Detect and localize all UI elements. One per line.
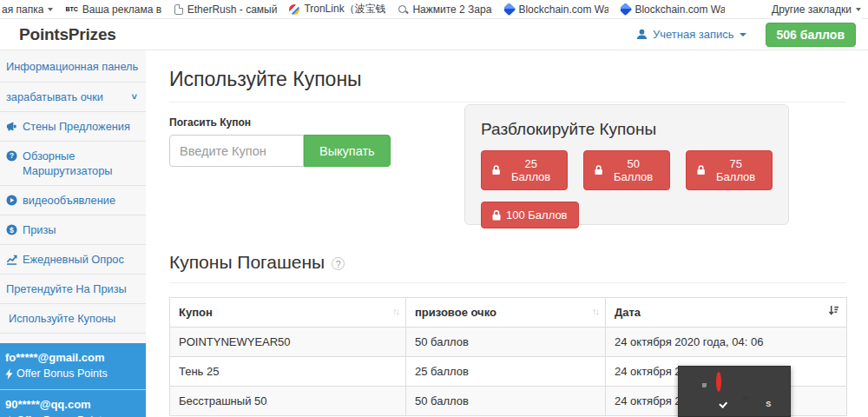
bookmark-label: Blockchain.com Wa <box>635 3 725 16</box>
bookmark-item[interactable]: Blockchain.com Wa <box>504 3 608 16</box>
bookmark-label: ая папка <box>2 3 43 16</box>
bookmark-label: Нажмите 2 Зараб <box>412 3 492 16</box>
sidebar-item-label: Призы <box>23 222 56 237</box>
account-label: Учетная запись <box>653 28 734 41</box>
help-icon[interactable]: ? <box>332 257 345 270</box>
notification-item[interactable]: fo*****@gmail.com Offer Bonus Points <box>0 343 146 390</box>
bookmark-label: Ваша реклама в с <box>82 3 162 16</box>
unlock-button-label: 50 Баллов <box>608 157 659 183</box>
screen: ая папка BTC Ваша реклама в с EtherRush … <box>0 0 868 417</box>
blockchain-cube-icon <box>621 3 632 16</box>
sidebar-notifications: fo*****@gmail.com Offer Bonus Points 90*… <box>0 343 146 417</box>
chevron-down-icon: ˅ <box>132 89 137 104</box>
bookmark-item[interactable]: BTC Ваша реклама в с <box>65 3 161 16</box>
system-tray-popup <box>678 366 791 417</box>
magnifier-icon <box>398 4 408 15</box>
divider <box>169 102 846 103</box>
ink-bottle-icon[interactable] <box>740 398 753 411</box>
bookmarks-bar: ая папка BTC Ваша реклама в с EtherRush … <box>0 0 868 19</box>
line-chart-icon <box>6 254 17 265</box>
column-header-label: Купон <box>179 306 213 319</box>
sidebar-item-label: Обзорные Маршрутизаторы <box>23 149 139 178</box>
cell-points: 25 баллов <box>406 357 606 387</box>
unlock-coupons-card: Разблокируйте Купоны 25 Баллов 50 Баллов… <box>464 104 789 225</box>
sidebar-item-survey-routers[interactable]: ? Обзорные Маршрутизаторы <box>0 142 146 186</box>
shield-warning-icon[interactable] <box>762 374 775 387</box>
person-icon <box>636 29 648 40</box>
bookmark-folder[interactable]: ая папка <box>2 3 53 16</box>
cell-points: 50 баллов <box>406 387 606 416</box>
account-menu[interactable]: Учетная запись <box>636 28 746 41</box>
unlock-75-button[interactable]: 75 Баллов <box>686 150 773 190</box>
sort-desc-icon <box>828 305 839 319</box>
sidebar-nav: Информационная панель зарабатывать очки … <box>0 50 146 363</box>
column-header-coupon[interactable]: Купон ↑↓ <box>170 298 406 328</box>
sidebar-item-prizes[interactable]: $ Призы <box>0 215 146 245</box>
brand-logo[interactable]: PointsPrizes <box>0 25 116 44</box>
points-balance-badge[interactable]: 506 баллов <box>766 23 856 47</box>
redeem-button[interactable]: Выкупать <box>304 135 391 167</box>
chevron-down-icon <box>48 8 53 11</box>
cell-points: 50 баллов <box>406 328 606 357</box>
btc-icon: BTC <box>65 6 77 12</box>
cell-coupon: Тень 25 <box>170 357 406 387</box>
unlock-button-label: 75 Баллов <box>710 157 761 183</box>
coupon-input[interactable] <box>169 135 304 167</box>
page-icon <box>174 4 183 15</box>
tronlink-icon <box>289 4 299 15</box>
column-header-points[interactable]: призовое очко ↑↓ <box>406 298 606 328</box>
unlock-100-button[interactable]: 100 Баллов <box>481 202 579 228</box>
notification-item[interactable]: 90*****@qq.com Offer Bonus Points <box>0 390 146 417</box>
skype-icon[interactable] <box>762 398 775 411</box>
chevron-down-icon <box>740 33 746 36</box>
bookmark-item[interactable]: TronLink（波宝钱包 <box>289 2 385 17</box>
media-player-icon[interactable] <box>694 398 707 411</box>
lock-icon <box>697 165 705 175</box>
bookmark-item[interactable]: Blockchain.com Wa <box>621 3 725 16</box>
profile-icon[interactable] <box>740 374 753 387</box>
notification-message: Offer Bonus Points <box>16 367 108 381</box>
bookmark-label: EtherRush - самый <box>187 3 278 16</box>
unlock-50-button[interactable]: 50 Баллов <box>583 150 670 190</box>
opera-icon[interactable] <box>716 374 729 387</box>
question-circle-icon: ? <box>6 150 17 162</box>
cell-coupon: Бесстрашный 50 <box>170 387 406 416</box>
sidebar-item-label: Стены Предложения <box>23 119 130 134</box>
unlock-button-label: 100 Баллов <box>506 208 568 222</box>
bookmark-item[interactable]: Нажмите 2 Зараб <box>398 3 492 16</box>
unlock-button-label: 25 Баллов <box>505 157 556 183</box>
sidebar-item-offer-walls[interactable]: Стены Предложения <box>0 112 146 142</box>
blockchain-cube-icon <box>504 3 516 16</box>
sidebar-item-daily-poll[interactable]: Ежедневный Опрос <box>0 245 146 275</box>
brand-name: PointsPrizes <box>19 25 116 44</box>
sidebar-item-label: видеообъявление <box>23 193 115 208</box>
sidebar-item-label: Претендуйте На Призы <box>6 281 127 296</box>
megaphone-icon <box>6 121 17 132</box>
chevron-down-icon <box>856 8 861 11</box>
divider <box>169 282 846 283</box>
other-bookmarks-button[interactable]: Другие закладки <box>772 0 861 19</box>
bookmark-item[interactable]: EtherRush - самый <box>174 3 278 16</box>
sidebar-item-dashboard[interactable]: Информационная панель <box>0 50 146 83</box>
sidebar-item-label: зарабатывать очки <box>6 89 103 104</box>
pointsprizes-logo-icon <box>0 25 15 44</box>
notes-icon[interactable] <box>694 374 707 387</box>
lock-icon <box>492 165 500 175</box>
cell-date: 24 октября 2020 года, 04: 06 <box>606 328 847 357</box>
notification-message: Offer Bonus Points <box>16 414 108 417</box>
column-header-date[interactable]: Дата <box>606 298 847 328</box>
bookmark-label: TronLink（波宝钱包 <box>304 2 385 17</box>
notification-email: fo*****@gmail.com <box>5 350 139 365</box>
other-bookmarks-label: Другие закладки <box>772 3 852 16</box>
sidebar-item-claim-prizes[interactable]: Претендуйте На Призы <box>0 275 146 304</box>
unlock-coupons-title: Разблокируйте Купоны <box>481 120 773 139</box>
svg-text:?: ? <box>10 151 14 160</box>
sidebar-item-earn-points[interactable]: зарабатывать очки ˅ <box>0 83 146 112</box>
sidebar-item-video-ads[interactable]: видеообъявление <box>0 186 146 215</box>
play-circle-icon <box>6 195 17 206</box>
unlock-25-button[interactable]: 25 Баллов <box>481 150 568 190</box>
sidebar-item-use-coupons[interactable]: Используйте Купоны <box>0 304 146 334</box>
sidebar-item-label: Информационная панель <box>6 59 138 74</box>
sidebar-item-label: Используйте Купоны <box>9 311 115 326</box>
antivirus-check-icon[interactable] <box>716 398 729 411</box>
